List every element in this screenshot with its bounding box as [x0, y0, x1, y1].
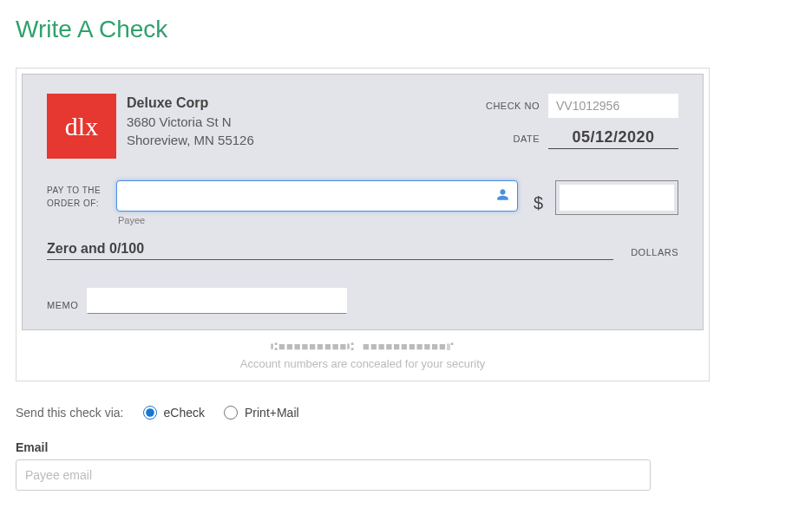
memo-label: MEMO [47, 300, 78, 314]
radio-printmail[interactable] [224, 406, 238, 420]
paytoo-label: PAY TO THE ORDER OF: [47, 180, 116, 210]
send-via-label: Send this check via: [16, 406, 124, 420]
amount-input[interactable] [560, 185, 674, 211]
date-label: DATE [513, 134, 540, 144]
from-block: dlx Deluxe Corp 3680 Victoria St N Shore… [47, 94, 254, 160]
dollars-label: DOLLARS [631, 247, 678, 260]
payee-sublabel: Payee [118, 215, 518, 225]
option-echeck[interactable]: eCheck [143, 406, 205, 420]
from-logo: dlx [47, 94, 116, 159]
check-no-label: CHECK NO [486, 101, 540, 111]
concealed-note: Account numbers are concealed for your s… [22, 357, 704, 370]
person-icon[interactable] [496, 188, 509, 204]
option-printmail[interactable]: Print+Mail [224, 406, 299, 420]
micr-line: ⑆■■■■■■■■■⑆ ■■■■■■■■■■■⑈ [22, 341, 704, 354]
from-name: Deluxe Corp [127, 94, 254, 113]
radio-echeck[interactable] [143, 406, 157, 420]
memo-input[interactable] [87, 288, 347, 314]
check: dlx Deluxe Corp 3680 Victoria St N Shore… [22, 74, 704, 330]
payee-input[interactable] [116, 180, 518, 212]
from-addr-line2: Shoreview, MN 55126 [127, 131, 254, 149]
amount-written: Zero and 0/100 [47, 241, 613, 260]
check-container: dlx Deluxe Corp 3680 Victoria St N Shore… [16, 68, 710, 381]
page-title: Write A Check [16, 16, 796, 43]
from-addr-line1: 3680 Victoria St N [127, 113, 254, 131]
send-via-row: Send this check via: eCheck Print+Mail [16, 406, 796, 420]
amount-box [555, 180, 678, 215]
dollar-sign: $ [534, 193, 543, 213]
check-no-input[interactable] [548, 94, 678, 118]
email-label: Email [16, 440, 796, 454]
date-value[interactable]: 05/12/2020 [548, 128, 678, 149]
email-input[interactable] [16, 459, 651, 491]
